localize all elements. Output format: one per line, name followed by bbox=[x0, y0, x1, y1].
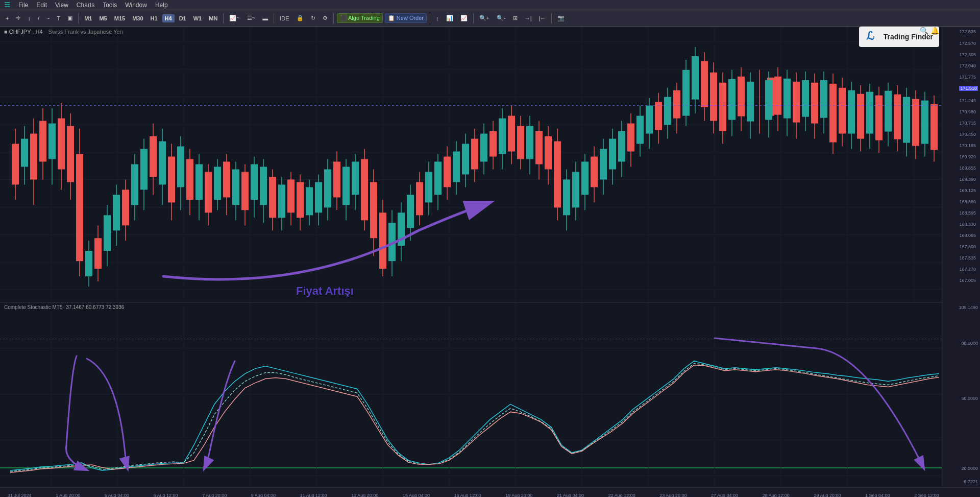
time-label-0: 31 Jul 2024 bbox=[8, 493, 32, 498]
menu-view[interactable]: View bbox=[55, 2, 68, 9]
chart-symbol-name: CHFJPY bbox=[9, 29, 31, 35]
trading-finder-icon: ℒ bbox=[865, 29, 879, 43]
time-label-2: 5 Aug 04:00 bbox=[105, 493, 129, 498]
svg-rect-179 bbox=[719, 83, 726, 131]
svg-rect-65 bbox=[195, 164, 203, 200]
tf-d1[interactable]: D1 bbox=[177, 14, 189, 22]
indicator-yaxis: 109.1490 80.0000 50.0000 20.0000 -6.7221 bbox=[942, 302, 980, 487]
tf-m15[interactable]: M15 bbox=[112, 14, 128, 22]
time-label-3: 6 Aug 12:00 bbox=[154, 493, 178, 498]
time-label-11: 21 Aug 04:00 bbox=[557, 493, 584, 498]
indicator-type-button[interactable]: 📈~ bbox=[227, 14, 242, 22]
tf-w1[interactable]: W1 bbox=[191, 14, 205, 22]
text-tool-button[interactable]: T bbox=[54, 14, 63, 22]
algo-trading-button[interactable]: ⬛ Algo Trading bbox=[337, 13, 383, 23]
time-axis: 31 Jul 2024 1 Aug 20:00 5 Aug 04:00 6 Au… bbox=[0, 487, 980, 497]
svg-rect-73 bbox=[232, 169, 239, 205]
svg-rect-35 bbox=[58, 119, 65, 170]
compare-button[interactable]: 📈 bbox=[458, 14, 470, 22]
bar-type-button[interactable]: ▬ bbox=[260, 14, 271, 22]
svg-rect-31 bbox=[39, 121, 46, 162]
svg-rect-25 bbox=[12, 144, 19, 185]
curve-tool-button[interactable]: ~ bbox=[44, 14, 52, 22]
lock-button[interactable]: 🔒 bbox=[294, 14, 306, 22]
grid-button[interactable]: ⊞ bbox=[510, 14, 520, 22]
price-label-18: 168.065 bbox=[959, 233, 978, 238]
depth-button[interactable]: ↕ bbox=[433, 14, 442, 22]
price-label-6: 171.245 bbox=[959, 98, 978, 103]
line-tool-button[interactable]: ↕ bbox=[25, 14, 33, 22]
chart-type-button[interactable]: 📊 bbox=[444, 14, 456, 22]
ind-label-1: 80.0000 bbox=[961, 341, 978, 346]
indicator-panel: Complete Stochastic MT5 37.1467 80.6773 … bbox=[0, 302, 980, 487]
indicator-title: Complete Stochastic MT5 bbox=[4, 304, 63, 310]
tf-mn[interactable]: MN bbox=[206, 14, 220, 22]
tf-h4[interactable]: H4 bbox=[162, 14, 175, 22]
shape-tool-button[interactable]: ▣ bbox=[65, 14, 75, 22]
separator-4 bbox=[333, 13, 334, 23]
svg-rect-101 bbox=[361, 159, 368, 221]
svg-rect-153 bbox=[600, 149, 607, 180]
menu-file[interactable]: File bbox=[18, 2, 28, 9]
svg-rect-149 bbox=[581, 162, 589, 195]
chart-symbol: ■ bbox=[4, 29, 9, 35]
screenshot-button[interactable]: 📷 bbox=[555, 14, 567, 22]
time-label-16: 29 Aug 20:00 bbox=[814, 493, 841, 498]
svg-rect-191 bbox=[774, 77, 781, 115]
svg-rect-159 bbox=[627, 124, 634, 152]
new-order-button[interactable]: 📋 New Order bbox=[385, 13, 427, 23]
svg-rect-81 bbox=[269, 177, 276, 218]
time-label-7: 13 Aug 20:00 bbox=[351, 493, 378, 498]
svg-rect-27 bbox=[21, 139, 28, 167]
tf-m5[interactable]: M5 bbox=[96, 14, 109, 22]
svg-rect-41 bbox=[85, 251, 92, 276]
chart-area: ■ CHFJPY , H4 Swiss Frank vs Japanese Ye… bbox=[0, 27, 980, 497]
svg-rect-95 bbox=[333, 162, 340, 198]
tf-h1[interactable]: H1 bbox=[148, 14, 160, 22]
crosshair-button[interactable]: ✛ bbox=[13, 14, 23, 22]
svg-rect-121 bbox=[453, 152, 460, 182]
svg-rect-77 bbox=[251, 164, 258, 200]
separator-6 bbox=[473, 13, 474, 23]
time-label-6: 11 Aug 12:00 bbox=[300, 493, 327, 498]
toolbar: + ✛ ↕ / ~ T ▣ M1 M5 M15 M30 H1 H4 D1 W1 … bbox=[0, 10, 980, 27]
tf-m1[interactable]: M1 bbox=[82, 14, 94, 22]
svg-rect-215 bbox=[885, 91, 892, 132]
svg-rect-67 bbox=[205, 172, 212, 212]
scroll-right-button[interactable]: →| bbox=[522, 14, 534, 22]
price-label-10: 170.185 bbox=[959, 143, 978, 148]
zoom-out-button[interactable]: 🔍- bbox=[494, 14, 508, 22]
price-label-4: 171.775 bbox=[959, 75, 978, 80]
ide-button[interactable]: IDE bbox=[277, 14, 291, 22]
ind-label-2: 50.0000 bbox=[961, 396, 978, 401]
svg-rect-163 bbox=[646, 106, 653, 134]
zoom-in-button[interactable]: 🔍+ bbox=[477, 14, 492, 22]
menu-charts[interactable]: Charts bbox=[77, 2, 94, 9]
svg-rect-37 bbox=[67, 126, 74, 182]
notification-icon[interactable]: 🔔 bbox=[930, 27, 939, 35]
svg-rect-63 bbox=[186, 159, 193, 200]
svg-rect-137 bbox=[526, 126, 533, 159]
time-label-10: 19 Aug 20:00 bbox=[505, 493, 532, 498]
settings-button[interactable]: ⚙ bbox=[320, 14, 330, 22]
time-label-4: 7 Aug 20:00 bbox=[202, 493, 227, 498]
scroll-left-button[interactable]: |← bbox=[536, 14, 549, 22]
svg-rect-83 bbox=[278, 184, 285, 218]
svg-rect-219 bbox=[903, 97, 910, 143]
new-chart-button[interactable]: + bbox=[3, 14, 11, 22]
tf-m30[interactable]: M30 bbox=[130, 14, 145, 22]
menu-edit[interactable]: Edit bbox=[36, 2, 47, 9]
price-label-9: 170.450 bbox=[959, 132, 978, 137]
refresh-button[interactable]: ↻ bbox=[308, 14, 318, 22]
draw-tool-button[interactable]: / bbox=[35, 14, 42, 22]
menu-tools[interactable]: Tools bbox=[103, 2, 117, 9]
indicator-list-button[interactable]: ☰~ bbox=[244, 14, 258, 22]
svg-rect-117 bbox=[434, 162, 442, 195]
svg-rect-211 bbox=[866, 92, 873, 134]
menu-help[interactable]: Help bbox=[155, 2, 168, 9]
time-label-13: 23 Aug 20:00 bbox=[659, 493, 687, 498]
svg-rect-193 bbox=[783, 79, 791, 119]
menu-window[interactable]: Window bbox=[125, 2, 147, 9]
svg-rect-133 bbox=[508, 116, 515, 152]
svg-rect-61 bbox=[177, 147, 184, 187]
